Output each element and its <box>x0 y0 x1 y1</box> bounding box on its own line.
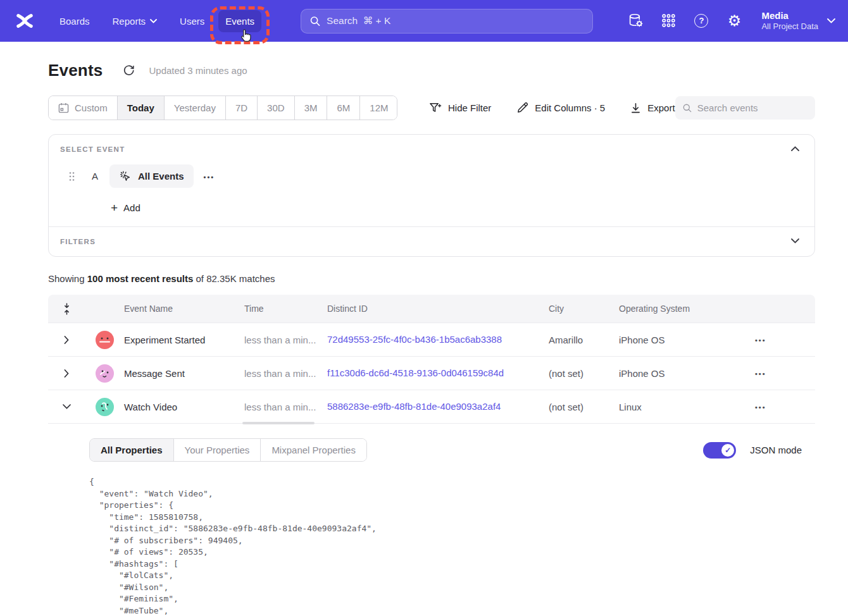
date-option-6m[interactable]: 6M <box>327 96 360 120</box>
date-option-label: 30D <box>267 102 285 113</box>
chevron-down-icon <box>791 238 799 243</box>
date-option-12m[interactable]: 12M <box>360 96 397 120</box>
last-updated-text: Updated 3 minutes ago <box>149 65 247 76</box>
time-cell: less than a min... <box>244 368 327 379</box>
json-mode-toggle[interactable] <box>703 442 736 459</box>
date-option-3m[interactable]: 3M <box>295 96 328 120</box>
toggle-check-icon <box>721 444 734 457</box>
page-title: Events <box>48 61 103 80</box>
date-option-30d[interactable]: 30D <box>258 96 295 120</box>
date-option-label: Yesterday <box>174 102 216 113</box>
add-event-button[interactable]: Add <box>111 202 140 214</box>
mixpanel-logo-icon[interactable] <box>14 11 35 30</box>
time-cell: less than a min... <box>244 402 327 412</box>
nav-item-reports[interactable]: Reports <box>104 10 166 32</box>
primary-nav: Boards Reports Users Events <box>51 10 261 32</box>
column-header-event-name: Event Name <box>124 304 244 314</box>
expand-filters-button[interactable] <box>789 236 802 246</box>
nav-item-users[interactable]: Users <box>171 10 213 32</box>
expand-all-icon[interactable] <box>59 299 75 319</box>
event-query-row: A All Events <box>60 164 803 188</box>
tab-your-properties[interactable]: Your Properties <box>174 439 261 461</box>
date-option-today[interactable]: Today <box>118 96 165 120</box>
events-table: Event Name Time Distinct ID City Operati… <box>48 295 815 616</box>
chevron-down-icon <box>150 19 157 23</box>
distinct-id-link[interactable]: 5886283e-e9fb-48fb-81de-40e9093a2af4 <box>327 401 501 412</box>
refresh-button[interactable] <box>123 65 135 77</box>
hide-filter-button[interactable]: Hide Filter <box>429 102 491 114</box>
nav-item-events[interactable]: Events <box>218 10 261 32</box>
search-icon <box>310 16 320 27</box>
date-option-label: 7D <box>235 102 247 113</box>
filters-section: FILTERS <box>49 227 814 256</box>
edit-columns-label: Edit Columns · 5 <box>535 102 605 113</box>
date-option-label: 3M <box>304 102 318 113</box>
row-more-button[interactable] <box>751 365 770 381</box>
top-navbar: Boards Reports Users Events <box>0 0 848 42</box>
city-cell: Amarillo <box>549 335 619 345</box>
event-row-more-button[interactable] <box>204 171 215 182</box>
date-option-label: Custom <box>75 102 108 113</box>
event-selector-chip[interactable]: All Events <box>109 164 194 188</box>
event-row-letter: A <box>92 171 98 182</box>
os-cell: Linux <box>619 402 751 412</box>
events-page: Events Updated 3 minutes ago Custom Toda… <box>0 42 848 616</box>
query-builder-card: SELECT EVENT A <box>48 134 815 257</box>
properties-tabs: All Properties Your Properties Mixpanel … <box>89 438 367 462</box>
expand-row-icon[interactable] <box>60 366 73 381</box>
date-option-yesterday[interactable]: Yesterday <box>165 96 226 120</box>
global-search[interactable] <box>301 9 593 34</box>
tab-mixpanel-properties[interactable]: Mixpanel Properties <box>261 439 366 461</box>
json-mode-label: JSON mode <box>750 445 802 455</box>
table-row[interactable]: Message Sent less than a min... f11c30d6… <box>48 357 815 390</box>
column-header-distinct-id: Distinct ID <box>327 304 549 314</box>
date-range-picker: Custom Today Yesterday 7D 30D 3M 6M 12M <box>48 95 397 120</box>
table-row-expanded[interactable]: Watch Video less than a min... 5886283e-… <box>48 390 815 424</box>
hide-filter-label: Hide Filter <box>448 102 491 113</box>
collapse-section-button[interactable] <box>789 144 802 154</box>
date-option-custom[interactable]: Custom <box>49 96 118 120</box>
data-management-icon[interactable] <box>627 13 644 29</box>
settings-gear-icon[interactable] <box>726 13 742 29</box>
global-search-input[interactable] <box>327 15 583 27</box>
select-event-label: SELECT EVENT <box>60 145 803 153</box>
distinct-id-link[interactable]: 72d49553-25fc-4f0c-b436-1b5ac6ab3388 <box>327 334 502 345</box>
row-more-button[interactable] <box>751 331 770 348</box>
distinct-id-link[interactable]: f11c30d6-dc6d-4518-9136-0d046159c84d <box>327 367 504 378</box>
help-icon[interactable] <box>693 13 709 29</box>
export-button[interactable]: Export <box>630 102 675 114</box>
drag-handle-icon[interactable] <box>69 171 75 182</box>
project-scope: All Project Data <box>761 22 818 32</box>
pencil-icon <box>516 102 528 114</box>
results-summary: Showing 100 most recent results of 82.35… <box>48 273 815 284</box>
project-selector[interactable]: Media All Project Data <box>761 9 835 32</box>
table-header-row: Event Name Time Distinct ID City Operati… <box>48 295 815 323</box>
expand-row-icon[interactable] <box>60 332 73 348</box>
collapse-row-icon[interactable] <box>59 400 75 413</box>
horizontal-scrollbar-thumb[interactable] <box>242 422 315 424</box>
nav-label: Boards <box>59 16 90 27</box>
summary-suffix: of 82.35K matches <box>193 273 275 284</box>
search-events-box[interactable] <box>675 96 815 120</box>
edit-columns-button[interactable]: Edit Columns · 5 <box>516 102 605 114</box>
event-detail-panel: All Properties Your Properties Mixpanel … <box>48 424 815 616</box>
json-mode-control: JSON mode <box>703 442 802 459</box>
page-header: Events Updated 3 minutes ago <box>48 61 815 80</box>
apps-grid-icon[interactable] <box>660 13 677 29</box>
search-events-input[interactable] <box>697 102 807 113</box>
mouse-cursor-icon <box>239 28 253 44</box>
os-cell: iPhone OS <box>619 335 751 345</box>
nav-item-boards[interactable]: Boards <box>51 10 99 32</box>
event-chip-label: All Events <box>138 171 184 182</box>
event-avatar <box>96 364 114 383</box>
row-more-button[interactable] <box>751 398 770 415</box>
tab-all-properties[interactable]: All Properties <box>90 439 174 461</box>
table-row[interactable]: Experiment Started less than a min... 72… <box>48 323 815 357</box>
export-label: Export <box>647 102 675 113</box>
controls-row: Custom Today Yesterday 7D 30D 3M 6M 12M … <box>48 95 815 120</box>
nav-label: Reports <box>113 16 146 27</box>
date-option-7d[interactable]: 7D <box>226 96 258 120</box>
event-json-viewer: { "event": "Watch Video", "properties": … <box>89 476 802 616</box>
time-cell: less than a min... <box>244 335 327 345</box>
plus-icon <box>111 202 118 214</box>
